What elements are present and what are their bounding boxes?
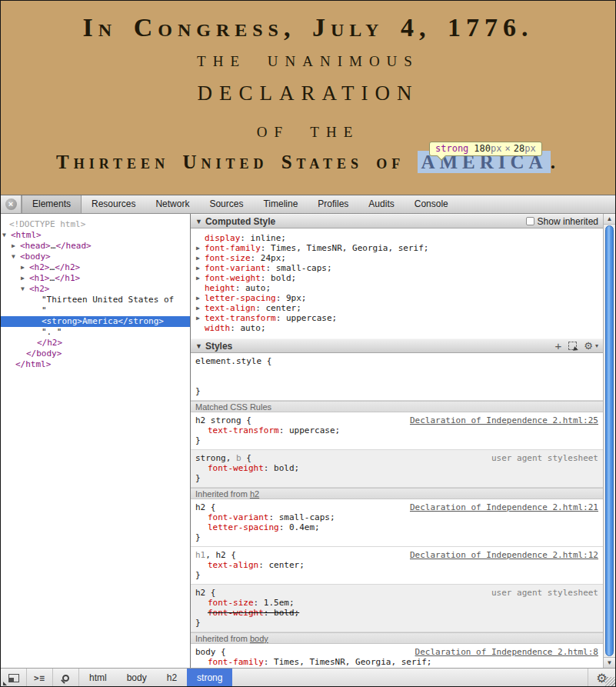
computed-property[interactable]: width: auto;	[191, 323, 603, 333]
tab-sources[interactable]: Sources	[199, 195, 253, 213]
dom-node[interactable]: "Thirteen United States of	[1, 295, 190, 305]
element-style-rule[interactable]: element.style { }	[191, 353, 603, 401]
css-declaration[interactable]: text-align: center;	[195, 560, 598, 570]
inspect-element-button[interactable]	[53, 669, 79, 687]
expand-icon[interactable]: ▶	[196, 263, 205, 273]
rule-selector: h2 strong {	[195, 415, 251, 425]
computed-property[interactable]: height: auto;	[191, 283, 603, 293]
dom-node[interactable]: </body>	[1, 349, 190, 359]
dom-node[interactable]: ▼<h2>	[1, 284, 190, 295]
close-icon[interactable]: ×	[5, 198, 17, 210]
stylesheet-source-link[interactable]: Declaration of Independence 2.html:21	[410, 502, 598, 512]
checkbox-icon[interactable]	[526, 217, 534, 225]
tab-audits[interactable]: Audits	[358, 195, 404, 213]
tab-profiles[interactable]: Profiles	[308, 195, 358, 213]
collapse-icon[interactable]: ▼	[21, 284, 29, 295]
styles-header[interactable]: ▼ Styles + ⚙▾	[191, 338, 603, 353]
inherited-node-link[interactable]: body	[250, 634, 268, 643]
stylesheet-source-link[interactable]: Declaration of Independence 2.html:8	[415, 647, 598, 657]
dom-node[interactable]: ▼<html>	[1, 230, 190, 241]
expand-icon[interactable]: ▶	[21, 273, 29, 284]
computed-property[interactable]: display: inline;	[191, 233, 603, 243]
expand-icon[interactable]: ▶	[196, 293, 205, 303]
css-declaration[interactable]: text-transform: uppercase;	[195, 425, 598, 435]
dom-node-selected[interactable]: <strong>America</strong>	[1, 316, 190, 327]
breadcrumb: htmlbodyh2strong	[79, 669, 232, 687]
expand-icon[interactable]: ▶	[21, 262, 29, 273]
expand-icon[interactable]: ▶	[196, 243, 205, 253]
property-name: font-variant	[205, 263, 265, 273]
dom-node[interactable]: ▶<h2>…</h2>	[1, 262, 190, 273]
dock-side-button[interactable]	[1, 669, 27, 687]
tab-network[interactable]: Network	[145, 195, 199, 213]
collapse-icon[interactable]: ▼	[2, 230, 11, 241]
node-token: "Thirteen United States of	[42, 295, 174, 305]
tab-timeline[interactable]: Timeline	[253, 195, 308, 213]
property-value: uppercase	[289, 425, 335, 435]
expand-icon[interactable]: ▶	[196, 313, 205, 323]
dom-node[interactable]: ▶<head>…</head>	[1, 241, 190, 252]
node-token: <h2>	[29, 262, 50, 272]
computed-property[interactable]: ▶font-variant: small-caps;	[191, 263, 603, 273]
expand-icon[interactable]: ▶	[196, 253, 205, 263]
breadcrumb-html[interactable]: html	[79, 669, 117, 687]
dom-node[interactable]: </h2>	[1, 338, 190, 349]
computed-property[interactable]: ▶font-family: Times, TimesNR, Georgia, s…	[191, 243, 603, 253]
dom-node[interactable]: ▼<body>	[1, 252, 190, 262]
computed-property[interactable]: ▶text-align: center;	[191, 303, 603, 313]
resize-grip[interactable]	[605, 677, 615, 687]
expand-icon[interactable]: ▶	[196, 273, 205, 283]
css-declaration[interactable]: font-weight: bold;	[195, 608, 598, 618]
element-state-icon[interactable]	[568, 342, 577, 350]
stylesheet-source-link[interactable]: Declaration of Independence 2.html:25	[410, 415, 598, 425]
node-token: America	[82, 316, 118, 326]
breadcrumb-strong[interactable]: strong	[187, 669, 232, 687]
inherited-node-link[interactable]: h2	[250, 489, 259, 499]
dom-node[interactable]: ". "	[1, 327, 190, 338]
node-token: <!DOCTYPE html>	[9, 219, 85, 229]
stylesheet-source-link[interactable]: Declaration of Independence 2.html:12	[410, 550, 598, 560]
css-declaration[interactable]: font-family: Times, TimesNR, Georgia, se…	[195, 657, 598, 667]
dom-node[interactable]: "	[1, 305, 190, 316]
computed-style-header[interactable]: ▼ Computed Style Show inherited	[191, 214, 603, 228]
css-declaration[interactable]: font-variant: small-caps;	[195, 512, 598, 522]
new-style-rule-icon[interactable]: +	[555, 342, 562, 351]
scroll-up-icon[interactable]: ▲	[604, 214, 615, 225]
expand-icon[interactable]: ▶	[12, 241, 20, 252]
node-token: </h1>	[55, 273, 80, 283]
breadcrumb-h2[interactable]: h2	[157, 669, 187, 687]
dom-node[interactable]: <!DOCTYPE html>	[1, 219, 190, 230]
collapse-icon[interactable]: ▼	[12, 252, 20, 262]
dom-node[interactable]: ▶<h1>…</h1>	[1, 273, 190, 284]
devtools-window: In Congress, July 4, 1776. THE UNANIMOUS…	[0, 0, 616, 687]
property-name: text-transform	[205, 313, 276, 323]
tab-console[interactable]: Console	[405, 195, 458, 213]
css-declaration[interactable]: font-weight: bold;	[195, 463, 598, 473]
collapse-icon[interactable]: ▼	[195, 342, 202, 350]
console-drawer-button[interactable]: >≡	[27, 669, 53, 687]
computed-property[interactable]: ▶font-weight: bold;	[191, 273, 603, 283]
collapse-icon[interactable]: ▼	[195, 218, 202, 225]
show-inherited-toggle[interactable]: Show inherited	[526, 216, 598, 227]
css-rule: h2 {Declaration of Independence 2.html:2…	[191, 499, 603, 547]
expand-icon[interactable]: ▶	[196, 303, 205, 313]
css-declaration[interactable]: font-size: 1.5em;	[195, 598, 598, 608]
tooltip-height: 28	[514, 143, 524, 154]
scroll-down-icon[interactable]: ▼	[604, 657, 615, 668]
computed-property[interactable]: ▶font-size: 24px;	[191, 253, 603, 263]
scrollbar-thumb[interactable]	[605, 225, 614, 656]
breadcrumb-body[interactable]: body	[117, 669, 157, 687]
styles-rules-list: Matched CSS Rulesh2 strong {Declaration …	[191, 401, 603, 668]
tab-elements[interactable]: Elements	[22, 195, 82, 213]
css-declaration[interactable]: letter-spacing: 0.4em;	[195, 522, 598, 532]
vertical-scrollbar[interactable]: ▲ ▼	[603, 214, 615, 668]
property-value: bold	[274, 463, 295, 473]
computed-property[interactable]: ▶letter-spacing: 9px;	[191, 293, 603, 303]
computed-property[interactable]: ▶text-transform: uppercase;	[191, 313, 603, 323]
tab-resources[interactable]: Resources	[82, 195, 145, 213]
property-name: font-variant	[208, 512, 268, 522]
gear-icon[interactable]: ⚙	[584, 340, 593, 352]
property-name: width	[205, 323, 230, 333]
dom-node[interactable]: </html>	[1, 359, 190, 370]
rule-selector: h2 {	[195, 502, 216, 512]
